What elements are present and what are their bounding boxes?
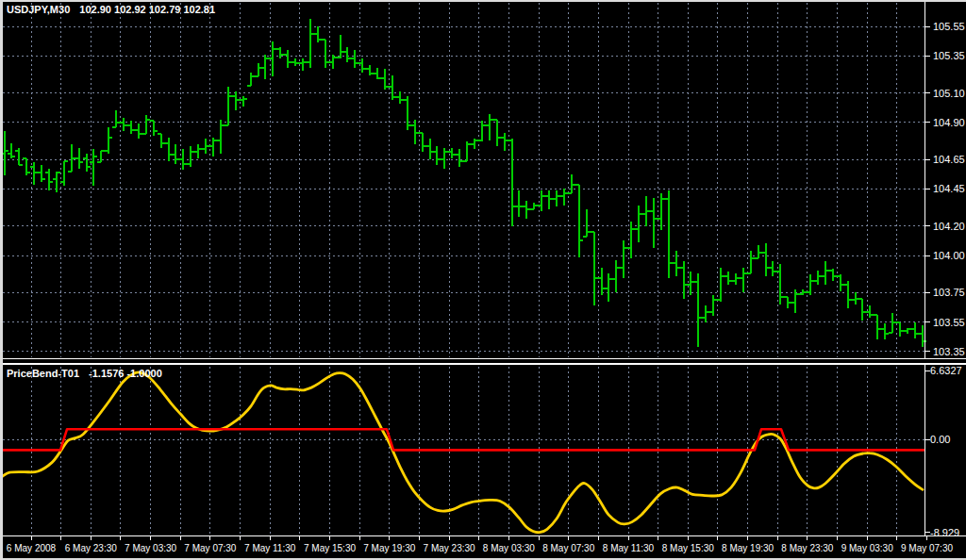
time-axis-label: 6 May 23:30 bbox=[65, 543, 117, 554]
price-axis-label: 104.00 bbox=[933, 250, 965, 261]
time-axis-label: 7 May 03:30 bbox=[125, 543, 176, 554]
price-axis-label: 103.75 bbox=[933, 287, 965, 298]
price-axis-label: 105.10 bbox=[933, 88, 965, 99]
axis-lines bbox=[0, 0, 966, 540]
indicator-axis-label: 6.6327 bbox=[930, 365, 962, 376]
price-axis-label: 104.45 bbox=[933, 183, 965, 194]
time-axis-label: 8 May 15:30 bbox=[662, 543, 714, 554]
indicator-name-label: PriceBend-T01 bbox=[7, 368, 79, 379]
time-axis-label: 7 May 23:30 bbox=[424, 543, 475, 554]
grid-lines bbox=[3, 3, 924, 534]
panel-splitter[interactable] bbox=[0, 358, 966, 365]
window-border-left bbox=[0, 0, 3, 560]
chart-title: USDJPY,M30 102.90 102.92 102.79 102.81 bbox=[7, 4, 215, 15]
ohlc-bars bbox=[1, 19, 926, 347]
price-axis-label: 103.55 bbox=[933, 317, 965, 328]
time-axis-label: 8 May 23:30 bbox=[781, 543, 833, 554]
price-axis-label: 105.55 bbox=[933, 21, 965, 32]
time-axis-label: 7 May 11:30 bbox=[244, 543, 295, 554]
pricebend-main-line bbox=[3, 372, 923, 533]
price-axis-label: 103.35 bbox=[933, 346, 965, 357]
indicator-axis-label: -8.929 bbox=[930, 527, 959, 538]
time-axis-label: 8 May 07:30 bbox=[542, 543, 594, 554]
price-axis-label: 104.20 bbox=[933, 221, 965, 232]
window-border-top bbox=[0, 0, 966, 2]
price-axis-label: 105.35 bbox=[933, 50, 965, 61]
symbol-period-label: USDJPY,M30 bbox=[7, 4, 70, 15]
time-axis-label: 6 May 2008 bbox=[7, 543, 56, 554]
time-axis-label: 9 May 07:30 bbox=[901, 543, 953, 554]
time-axis-label: 8 May 03:30 bbox=[483, 543, 535, 554]
ohlc-readout: 102.90 102.92 102.79 102.81 bbox=[79, 4, 215, 15]
indicator-title: PriceBend-T01 -1.1576 -1.0000 bbox=[7, 368, 162, 379]
price-axis-label: 104.90 bbox=[933, 117, 965, 128]
indicator-axis-label: 0.00 bbox=[930, 434, 950, 445]
chart-canvas[interactable] bbox=[0, 0, 966, 560]
time-axis-label: 8 May 11:30 bbox=[603, 543, 654, 554]
mt4-chart-window: USDJPY,M30 102.90 102.92 102.79 102.81 P… bbox=[0, 0, 966, 560]
price-axis-label: 104.65 bbox=[933, 154, 965, 165]
time-axis-label: 7 May 07:30 bbox=[184, 543, 236, 554]
time-axis-label: 8 May 19:30 bbox=[722, 543, 774, 554]
indicator-values-readout: -1.1576 -1.0000 bbox=[89, 368, 162, 379]
time-axis-label: 9 May 03:30 bbox=[841, 543, 893, 554]
time-axis-label: 7 May 15:30 bbox=[304, 543, 356, 554]
time-axis-label: 7 May 19:30 bbox=[363, 543, 415, 554]
